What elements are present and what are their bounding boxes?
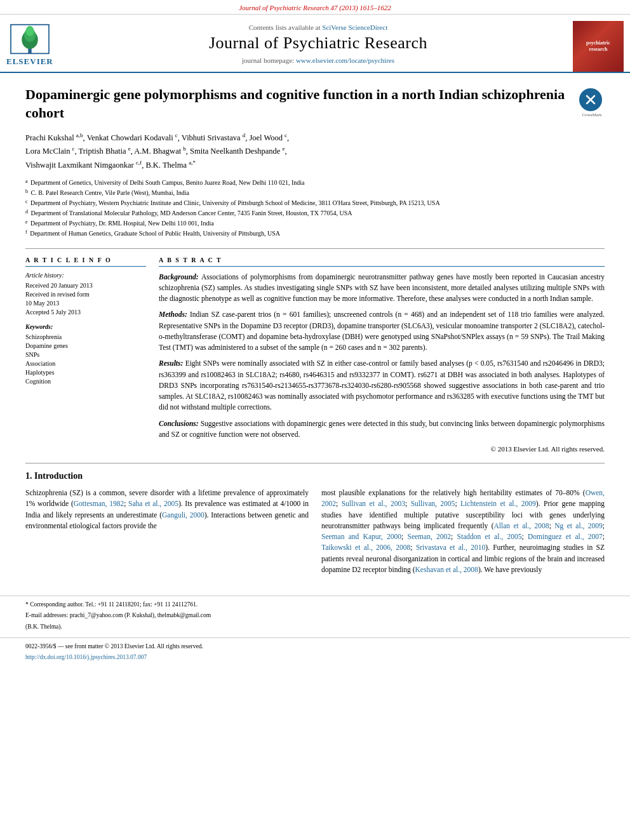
article-info-col: A R T I C L E I N F O Article history: R… bbox=[25, 257, 146, 453]
journal-title: Journal of Psychiatric Research bbox=[70, 34, 566, 53]
intro-right-para: most plausible explanations for the rela… bbox=[321, 488, 605, 575]
abstract-results: Results: Eight SNPs were nominally assoc… bbox=[159, 358, 605, 413]
history-revised-label: Received in revised form bbox=[25, 290, 146, 299]
methods-text: Indian SZ case-parent trios (n = 601 fam… bbox=[159, 310, 605, 351]
citation-srivastava[interactable]: Srivastava et al., 2010 bbox=[416, 543, 485, 551]
crossmark-icon bbox=[579, 88, 602, 111]
footer-doi-link[interactable]: http://dx.doi.org/10.1016/j.jpsychires.2… bbox=[25, 654, 147, 660]
affil-b-text: C. B. Patel Research Centre, Vile Parle … bbox=[29, 188, 189, 197]
conclusions-text: Suggestive associations with dopaminergi… bbox=[159, 420, 605, 438]
section-divider bbox=[25, 248, 605, 249]
abstract-conclusions: Conclusions: Suggestive associations wit… bbox=[159, 418, 605, 441]
affil-d: d Department of Translational Molecular … bbox=[25, 208, 605, 218]
citation-taikowski[interactable]: Taikowski et al., 2006, 2008 bbox=[321, 543, 410, 551]
citation-allan[interactable]: Allan et al., 2008 bbox=[494, 522, 549, 530]
affil-b: b C. B. Patel Research Centre, Vile Parl… bbox=[25, 188, 605, 197]
section-divider-2 bbox=[25, 463, 605, 463]
history-accepted: Accepted 5 July 2013 bbox=[25, 308, 146, 317]
elsevier-text: ELSEVIER bbox=[6, 57, 53, 67]
citation-lichtenstein[interactable]: Lichtenstein et al., 2009 bbox=[460, 500, 536, 507]
affil-f-text: Department of Human Genetics, Graduate S… bbox=[29, 229, 280, 238]
results-label: Results: bbox=[159, 359, 185, 367]
journal-homepage-line: journal homepage: www.elsevier.com/locat… bbox=[70, 57, 566, 64]
affiliations-section: a Department of Genetics, University of … bbox=[25, 178, 605, 238]
history-received: Received 20 January 2013 bbox=[25, 281, 146, 290]
sciverse-link[interactable]: SciVerse ScienceDirect bbox=[322, 23, 387, 31]
citation-staddon[interactable]: Staddon et al., 2005 bbox=[457, 533, 522, 540]
article-history: Article history: Received 20 January 201… bbox=[25, 272, 146, 317]
keyword-2: Dopamine genes bbox=[25, 342, 146, 350]
journal-thumbnail: psychiatricresearch bbox=[573, 21, 624, 72]
footnote-email: E-mail addresses: prachi_7@yahoo.com (P.… bbox=[25, 611, 605, 620]
abstract-col: A B S T R A C T Background: Associations… bbox=[159, 257, 605, 453]
affil-c: c Department of Psychiatry, Western Psyc… bbox=[25, 198, 605, 208]
abstract-background: Background: Associations of polymorphism… bbox=[159, 272, 605, 305]
affil-e-text: Department of Psychiatry, Dr. RML Hospit… bbox=[29, 218, 214, 228]
title-row: Dopaminergic gene polymorphisms and cogn… bbox=[25, 86, 605, 131]
keyword-6: Cognition bbox=[25, 377, 146, 386]
keyword-4: Association bbox=[25, 359, 146, 368]
background-label: Background: bbox=[159, 273, 201, 281]
sciverse-prefix: Contents lists available at bbox=[249, 23, 322, 31]
citation-dominguez[interactable]: Dominguez et al., 2007 bbox=[528, 533, 603, 540]
header-center: Contents lists available at SciVerse Sci… bbox=[70, 21, 566, 72]
citation-seeman2002[interactable]: Seeman, 2002 bbox=[408, 533, 452, 540]
keywords-title: Keywords: bbox=[25, 323, 146, 330]
footer-copyright: 0022-3956/$ — see front matter © 2013 El… bbox=[25, 643, 605, 650]
abstract-methods: Methods: Indian SZ case-parent trios (n … bbox=[159, 309, 605, 353]
citation-keshavan[interactable]: Keshavan et al., 2008 bbox=[415, 566, 478, 573]
crossmark-label: CrossMark bbox=[579, 112, 605, 117]
authors-line: Prachi Kukshal a,b, Venkat Chowdari Koda… bbox=[25, 131, 605, 171]
abstract-copyright: © 2013 Elsevier Ltd. All rights reserved… bbox=[159, 445, 605, 453]
crossmark-svg bbox=[584, 93, 597, 106]
affil-c-text: Department of Psychiatry, Western Psychi… bbox=[29, 198, 440, 208]
crossmark[interactable]: CrossMark bbox=[579, 88, 605, 117]
footnote-section: * Corresponding author. Tel.: +91 11 241… bbox=[0, 596, 630, 631]
svg-point-3 bbox=[26, 26, 34, 36]
affil-a-text: Department of Genetics, University of De… bbox=[29, 178, 305, 187]
homepage-link[interactable]: www.elsevier.com/locate/psychires bbox=[296, 57, 394, 64]
keyword-1: Schizophrenia bbox=[25, 333, 146, 342]
article-title: Dopaminergic gene polymorphisms and cogn… bbox=[25, 86, 573, 122]
citation-saha[interactable]: Saha et al., 2005 bbox=[128, 500, 178, 507]
elsevier-logo: ELSEVIER bbox=[6, 23, 53, 67]
keyword-5: Haplotypes bbox=[25, 368, 146, 377]
methods-label: Methods: bbox=[159, 310, 190, 318]
journal-header: ELSEVIER Contents lists available at Sci… bbox=[0, 15, 630, 73]
article-info-abstract-row: A R T I C L E I N F O Article history: R… bbox=[25, 257, 605, 453]
history-title: Article history: bbox=[25, 272, 146, 279]
sciverse-line: Contents lists available at SciVerse Sci… bbox=[70, 23, 566, 31]
page-wrapper: Journal of Psychiatric Research 47 (2013… bbox=[0, 0, 630, 840]
homepage-prefix: journal homepage: bbox=[242, 57, 296, 64]
intro-body-cols: Schizophrenia (SZ) is a common, severe d… bbox=[25, 488, 605, 580]
journal-citation-bar: Journal of Psychiatric Research 47 (2013… bbox=[0, 0, 630, 15]
abstract-heading: A B S T R A C T bbox=[159, 257, 605, 267]
intro-left-para: Schizophrenia (SZ) is a common, severe d… bbox=[25, 488, 309, 531]
citation-sullivan2005[interactable]: Sullivan, 2005 bbox=[411, 500, 455, 507]
keywords-section: Keywords: Schizophrenia Dopamine genes S… bbox=[25, 323, 146, 386]
background-text: Associations of polymorphisms from dopam… bbox=[159, 273, 605, 303]
history-revised-date: 10 May 2013 bbox=[25, 299, 146, 308]
citation-seeman-kapur[interactable]: Seeman and Kapur, 2000 bbox=[321, 533, 401, 540]
affil-f: f Department of Human Genetics, Graduate… bbox=[25, 229, 605, 238]
citation-sullivan2003[interactable]: Sullivan et al., 2003 bbox=[342, 500, 405, 507]
affil-e: e Department of Psychiatry, Dr. RML Hosp… bbox=[25, 218, 605, 228]
header-left: ELSEVIER bbox=[0, 21, 70, 72]
footnote-thelma: (B.K. Thelma). bbox=[25, 622, 605, 631]
thumb-title: psychiatricresearch bbox=[586, 40, 610, 52]
footnote-corresponding: * Corresponding author. Tel.: +91 11 241… bbox=[25, 600, 605, 609]
citation-ng[interactable]: Ng et al., 2009 bbox=[554, 522, 603, 530]
results-text: Eight SNPs were nominally associated wit… bbox=[159, 359, 605, 411]
intro-title: 1. Introduction bbox=[25, 471, 605, 481]
keyword-3: SNPs bbox=[25, 350, 146, 359]
citation-ganguli[interactable]: Ganguli, 2000 bbox=[162, 511, 204, 519]
header-right: psychiatricresearch bbox=[566, 21, 630, 72]
intro-heading: Introduction bbox=[34, 471, 83, 481]
intro-right-col: most plausible explanations for the rela… bbox=[321, 488, 605, 580]
article-content: Dopaminergic gene polymorphisms and cogn… bbox=[0, 73, 630, 593]
journal-citation: Journal of Psychiatric Research 47 (2013… bbox=[239, 4, 391, 11]
conclusions-label: Conclusions: bbox=[159, 420, 201, 427]
citation-gottesman[interactable]: Gottesman, 1982 bbox=[74, 500, 124, 507]
introduction-section: 1. Introduction Schizophrenia (SZ) is a … bbox=[25, 471, 605, 580]
intro-number: 1. bbox=[25, 471, 32, 481]
